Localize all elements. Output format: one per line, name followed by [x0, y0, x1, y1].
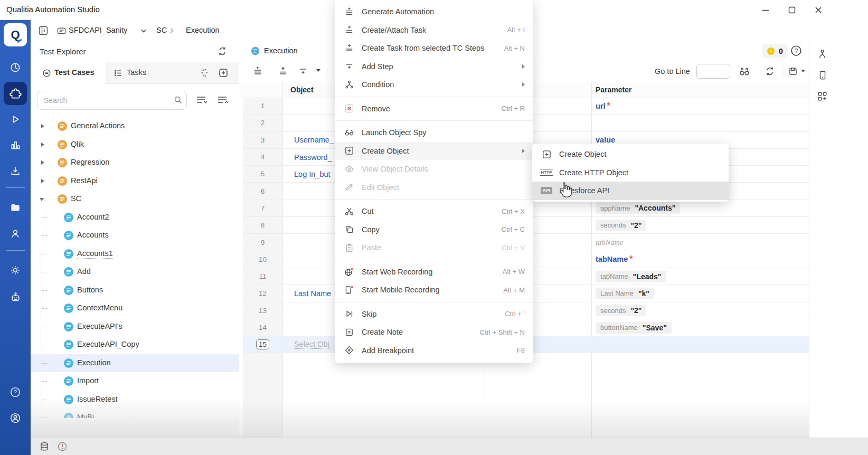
- object-link[interactable]: Password_: [294, 153, 332, 162]
- parameter-cell[interactable]: tabName"Leads": [591, 268, 809, 285]
- parameter-cell[interactable]: seconds"2": [591, 217, 809, 233]
- column-header-object[interactable]: Object: [290, 86, 314, 94]
- tree-item-accounts[interactable]: Accounts: [31, 226, 239, 244]
- menu-item-remove[interactable]: Remove Ctrl + R: [335, 100, 533, 118]
- object-link[interactable]: Last Name: [294, 289, 331, 298]
- expand-collapse-all-button[interactable]: [200, 68, 210, 78]
- help-button[interactable]: ?: [790, 45, 802, 56]
- parameter-link[interactable]: value: [596, 136, 615, 144]
- menu-item-create-attach-task[interactable]: Create/Attach Task Alt + I: [335, 21, 533, 40]
- parameter-chip[interactable]: seconds"2": [596, 305, 646, 316]
- alerts-status-button[interactable]: [57, 441, 68, 452]
- menu-item-generate-automation[interactable]: Generate Automation: [335, 3, 533, 21]
- menu-item-cut[interactable]: Cut Ctrl + X: [335, 202, 533, 221]
- menu-item-copy[interactable]: Copy Ctrl + C: [335, 221, 533, 239]
- goto-line-input[interactable]: [696, 64, 730, 79]
- tree-item-add[interactable]: Add: [31, 263, 239, 281]
- tree-item-qlik[interactable]: Qlik: [31, 136, 239, 154]
- sidebar-item-dashboard[interactable]: [4, 56, 27, 79]
- tree-item-issueretest[interactable]: IssueRetest: [31, 391, 239, 409]
- sidebar-item-settings[interactable]: [4, 259, 27, 282]
- add-test-case-button[interactable]: [218, 68, 229, 78]
- object-spy-rail-button[interactable]: [817, 49, 828, 60]
- tree-item-general-actions[interactable]: General Actions: [31, 117, 239, 135]
- menu-item-start-web-recording[interactable]: Start Web Recording Alt + W: [335, 263, 533, 281]
- database-status-button[interactable]: [39, 441, 50, 452]
- parameter-chip[interactable]: buttonName"Save": [596, 322, 672, 334]
- parameter-cell[interactable]: tabName: [591, 234, 809, 250]
- object-link[interactable]: Username_: [294, 136, 334, 144]
- sidebar-item-automation[interactable]: [4, 82, 27, 105]
- create-attach-task-button[interactable]: [276, 65, 290, 78]
- tab-tasks[interactable]: Tasks: [106, 62, 185, 83]
- parameter-placeholder[interactable]: tabName: [596, 238, 623, 247]
- parameter-cell[interactable]: url*: [591, 98, 809, 114]
- submenu-item-create-object[interactable]: Create Object: [532, 145, 729, 164]
- menu-item-add-step[interactable]: Add Step: [335, 58, 533, 76]
- menu-item-launch-object-spy[interactable]: Launch Object Spy: [335, 124, 533, 142]
- parameter-chip[interactable]: tabName"Leads": [596, 271, 666, 282]
- parameter-chip[interactable]: Last Name"k": [596, 288, 654, 299]
- sort-descending-button[interactable]: [195, 94, 208, 106]
- parameter-cell[interactable]: [591, 115, 809, 131]
- find-button[interactable]: [738, 65, 751, 78]
- breadcrumb-leaf[interactable]: Execution: [186, 26, 220, 34]
- tree-item-import[interactable]: Import: [31, 372, 239, 390]
- add-step-button[interactable]: [296, 65, 310, 78]
- parameter-cell[interactable]: seconds"2": [591, 302, 809, 319]
- sidebar-item-users[interactable]: [4, 222, 27, 245]
- save-button[interactable]: [786, 65, 800, 78]
- menu-item-create-object[interactable]: Create Object: [335, 142, 533, 160]
- chevron-down-icon[interactable]: [140, 29, 147, 33]
- parameter-chip[interactable]: seconds"2": [596, 220, 646, 231]
- menu-item-create-note[interactable]: Create Note Ctrl + Shift + N: [335, 323, 533, 342]
- menu-item-create-task-from-steps[interactable]: Create Task from selected TC Steps Alt +…: [335, 39, 533, 58]
- add-step-caret[interactable]: [316, 69, 320, 72]
- close-button[interactable]: [812, 4, 825, 16]
- submenu-item-create-http-object[interactable]: HTTP Create HTTP Object: [532, 164, 729, 182]
- tree-item-sc[interactable]: SC: [31, 190, 239, 208]
- parameter-cell[interactable]: tabName*: [591, 251, 809, 268]
- sidebar-item-account[interactable]: [4, 406, 27, 430]
- menu-item-start-mobile-recording[interactable]: Start Mobile Recording Alt + M: [335, 281, 533, 299]
- maximize-button[interactable]: [785, 4, 799, 16]
- column-header-parameter[interactable]: Parameter: [596, 86, 632, 94]
- breadcrumb-node[interactable]: SC: [156, 26, 167, 34]
- sort-ascending-button[interactable]: [216, 94, 229, 106]
- parameter-cell[interactable]: Last Name"k": [591, 285, 809, 301]
- sidebar-item-files[interactable]: [4, 196, 27, 219]
- tree-item-restapi[interactable]: RestApi: [31, 172, 239, 190]
- search-input[interactable]: [43, 92, 166, 109]
- tree-item-buttons[interactable]: Buttons: [31, 281, 239, 299]
- parameter-cell[interactable]: appName"Accounts": [591, 200, 809, 216]
- qualitia-logo[interactable]: Q: [4, 23, 27, 46]
- tree-item-contextmenu[interactable]: ContextMenu: [31, 299, 239, 317]
- sidebar-item-run[interactable]: [4, 108, 27, 131]
- menu-item-condition[interactable]: Condition: [335, 75, 533, 94]
- issues-badge[interactable]: 0: [762, 44, 788, 58]
- sidebar-item-reports[interactable]: [4, 134, 27, 157]
- object-link[interactable]: Log In_but: [294, 170, 331, 178]
- editor-tab-label[interactable]: Execution: [264, 46, 298, 55]
- mobile-rail-button[interactable]: [817, 70, 828, 81]
- object-placeholder[interactable]: Select Obj: [294, 340, 329, 349]
- tree-item-accounts1[interactable]: Accounts1: [31, 245, 239, 263]
- add-panel-rail-button[interactable]: [817, 91, 828, 102]
- tree-item-partial[interactable]: MyBi: [31, 409, 239, 418]
- tree-item-executeapi-copy[interactable]: ExecuteAPI_Copy: [31, 336, 239, 354]
- menu-item-add-breakpoint[interactable]: Add Breakpoint F8: [335, 342, 533, 360]
- parameter-chip[interactable]: appName"Accounts": [596, 202, 680, 214]
- refresh-tree-button[interactable]: [217, 46, 228, 56]
- generate-automation-button[interactable]: [251, 65, 265, 78]
- parameter-link[interactable]: url: [596, 102, 606, 110]
- sidebar-item-assistant[interactable]: [4, 285, 27, 308]
- sidebar-item-import[interactable]: [4, 159, 27, 183]
- tree-item-regression[interactable]: Regression: [31, 154, 239, 172]
- save-options-caret[interactable]: [801, 70, 805, 72]
- tab-test-cases[interactable]: Test Cases: [31, 62, 106, 84]
- tree-item-execution[interactable]: Execution: [31, 354, 239, 372]
- tree-item-executeapis[interactable]: ExecuteAPI's: [31, 318, 239, 336]
- sidebar-item-help[interactable]: ?: [4, 381, 27, 404]
- parameter-link[interactable]: tabName: [596, 255, 628, 263]
- parameter-cell[interactable]: buttonName"Save": [591, 319, 809, 336]
